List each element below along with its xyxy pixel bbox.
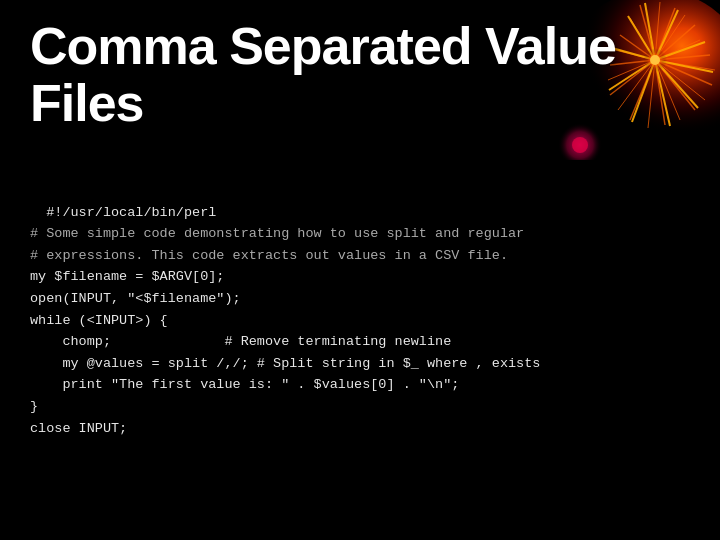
svg-line-19 <box>610 60 655 65</box>
svg-line-32 <box>628 16 655 60</box>
svg-point-34 <box>650 55 660 65</box>
svg-line-31 <box>612 48 655 60</box>
svg-line-21 <box>620 35 655 60</box>
code-line-9: print "The first value is: " . $values[0… <box>30 377 459 392</box>
svg-line-15 <box>630 60 655 120</box>
code-line-8: my @values = split /,/; # Split string i… <box>30 356 540 371</box>
svg-line-12 <box>655 60 680 120</box>
svg-line-28 <box>655 60 670 126</box>
code-line-1: #!/usr/local/bin/perl <box>46 205 216 220</box>
svg-line-22 <box>630 18 655 60</box>
code-line-11: close INPUT; <box>30 421 127 436</box>
title-line1: Comma Separated Value <box>30 18 616 75</box>
code-line-10: } <box>30 399 38 414</box>
svg-point-36 <box>572 137 588 153</box>
svg-line-16 <box>618 60 655 110</box>
svg-line-8 <box>655 60 715 70</box>
svg-line-9 <box>655 60 712 85</box>
code-line-4: my $filename = $ARGV[0]; <box>30 269 224 284</box>
svg-line-11 <box>655 60 695 110</box>
svg-line-5 <box>655 25 695 60</box>
svg-line-29 <box>632 60 655 122</box>
code-line-5: open(INPUT, "<$filename"); <box>30 291 241 306</box>
code-block: #!/usr/local/bin/perl # Some simple code… <box>30 180 690 439</box>
svg-line-17 <box>610 60 655 95</box>
svg-line-27 <box>655 60 698 108</box>
svg-line-3 <box>655 8 675 60</box>
svg-point-33 <box>643 48 667 72</box>
svg-line-1 <box>640 5 655 60</box>
code-line-3: # expressions. This code extracts out va… <box>30 248 508 263</box>
code-line-2: # Some simple code demonstrating how to … <box>30 226 524 241</box>
code-line-6: while (<INPUT>) { <box>30 313 168 328</box>
svg-line-24 <box>655 10 678 60</box>
svg-line-6 <box>655 40 700 60</box>
svg-line-2 <box>655 2 660 60</box>
svg-line-25 <box>655 42 705 60</box>
svg-line-20 <box>615 50 655 60</box>
page-title: Comma Separated Value Files <box>30 18 616 132</box>
svg-line-23 <box>645 3 655 60</box>
svg-line-10 <box>655 60 705 100</box>
svg-line-26 <box>655 60 713 72</box>
svg-line-7 <box>655 55 710 60</box>
svg-line-4 <box>655 15 685 60</box>
code-line-7: chomp; # Remove terminating newline <box>30 334 451 349</box>
svg-line-14 <box>648 60 655 128</box>
svg-line-13 <box>655 60 665 125</box>
title-line2: Files <box>30 75 616 132</box>
